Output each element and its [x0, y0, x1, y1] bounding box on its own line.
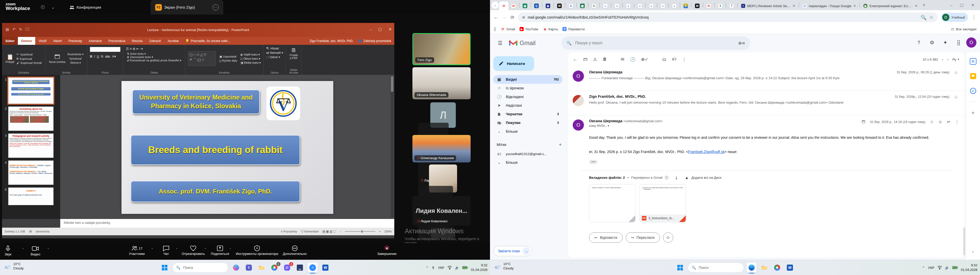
- text-direction-button[interactable]: ⇅ Smer textu ▾: [127, 52, 181, 55]
- close-icon[interactable]: ✕: [971, 3, 974, 7]
- details-caret-icon[interactable]: ▾: [608, 124, 609, 128]
- shape-fill-button[interactable]: ◍ Výplň tvaru ▾: [240, 53, 261, 56]
- battery-icon[interactable]: [952, 266, 958, 269]
- ppt-tab-domov[interactable]: Domov: [18, 37, 35, 45]
- drive-icon[interactable]: ▲: [685, 175, 689, 180]
- participant-video-fero-zigo[interactable]: Fero Zigo: [412, 33, 471, 65]
- bookmark-star-icon[interactable]: ☆: [929, 14, 934, 21]
- battery-icon[interactable]: [462, 266, 468, 269]
- taskbar-zoom-icon[interactable]: ⌑: [307, 262, 318, 273]
- chevron-down-icon[interactable]: ⌄: [51, 5, 55, 9]
- more-button[interactable]: Дополнительно: [283, 245, 307, 256]
- taskbar-chrome-icon[interactable]: 0: [269, 262, 280, 273]
- tasks-icon[interactable]: ✓: [969, 87, 977, 95]
- pinned-tab-crest[interactable]: ▼: [681, 2, 690, 10]
- sidebar-item-purchases[interactable]: 🛍 Покупки 3: [493, 119, 563, 127]
- search-input[interactable]: [698, 266, 739, 270]
- ppt-shared-mode[interactable]: 👤 Zdieľaný prostriedok: [358, 39, 391, 43]
- older-icon[interactable]: ›: [947, 58, 948, 62]
- tab-more-icon[interactable]: ⋯: [213, 4, 219, 10]
- snooze-icon[interactable]: 🕓: [630, 57, 635, 62]
- share-caret[interactable]: ⌃: [229, 248, 231, 251]
- change-plan-button[interactable]: Змінити план →: [493, 246, 532, 256]
- ppt-tab-prezentacia[interactable]: Prezentácia: [105, 37, 129, 45]
- emoji-reaction-icon[interactable]: ☺: [938, 120, 942, 124]
- zoom-out-icon[interactable]: –: [339, 230, 341, 233]
- google-apps-icon[interactable]: ⣿: [953, 37, 964, 48]
- pinned-tab-mdpi[interactable]: M: [555, 2, 564, 10]
- weather-widget[interactable]: 10°C Cloudy: [493, 262, 514, 271]
- move-to-icon[interactable]: 🗂: [662, 57, 667, 62]
- back-icon[interactable]: ←: [573, 57, 578, 62]
- tab-search-icon[interactable]: ⌄: [492, 2, 499, 9]
- format-painter-button[interactable]: 🖌Kopírovať formát: [17, 62, 41, 65]
- smartart-button[interactable]: ⇄ Konvertovať na grafický prvok SmartArt…: [127, 59, 181, 62]
- editor-scrollbar[interactable]: [391, 76, 393, 217]
- bookmark-youtube[interactable]: ▶YouTube: [520, 27, 538, 31]
- forward-button[interactable]: ↪ Переслати: [626, 232, 660, 243]
- ppt-tab-navrh[interactable]: Návrh: [50, 37, 65, 45]
- ppt-quick-access[interactable]: ▤ ↶ ↻ 🖵: [6, 27, 29, 31]
- slide-title-box[interactable]: University of Veterinary Medicine and Ph…: [132, 90, 260, 114]
- cut-button[interactable]: ✂Vystrihnúť: [17, 53, 41, 56]
- report-spam-icon[interactable]: ⚠: [593, 57, 597, 62]
- pinned-tab-gmail-active[interactable]: M: [499, 2, 508, 10]
- participants-caret[interactable]: ⌃: [151, 248, 153, 251]
- close-tab-icon[interactable]: ✕: [915, 4, 918, 8]
- url-bar[interactable]: ⊕ mail.google.com/mail/u/1/#inbox/KtbxLz…: [518, 13, 938, 22]
- quick-styles-button[interactable]: ◲ Rýchle štýly: [219, 59, 237, 62]
- delete-icon[interactable]: 🗑: [603, 57, 607, 62]
- new-slide-button[interactable]: 🗔Nová snímka: [49, 54, 65, 63]
- browser-menu-icon[interactable]: ⋮: [972, 14, 977, 21]
- start-button[interactable]: [159, 262, 170, 273]
- search-filter-icon[interactable]: ⚙̶≋: [738, 41, 745, 46]
- slide-thumbnail-5[interactable]: RABBITS The main goal of rabbit producti…: [8, 187, 54, 205]
- slide-thumbnail-4[interactable]: HERBIVOROUS FUR ANIMALS – Rabbits, Caypu…: [8, 160, 54, 185]
- pinned-tab-bing[interactable]: b: [566, 2, 576, 10]
- notes-toggle[interactable]: ≡ Poznámky: [281, 230, 298, 233]
- download-all-icon[interactable]: ⭳: [675, 175, 679, 180]
- info-icon[interactable]: ⓘ: [41, 5, 45, 9]
- profile-chip[interactable]: O Учебный: [941, 13, 968, 22]
- show-trimmed-content-button[interactable]: •••: [589, 160, 598, 164]
- add-to-drive-label[interactable]: Додати всі на Диск: [691, 176, 721, 180]
- reply-button[interactable]: ↩ Відповісти: [589, 232, 623, 243]
- chat-button[interactable]: Чат: [163, 245, 169, 256]
- recipient-row[interactable]: кому MVDr., ▾: [589, 124, 958, 128]
- arrange-button[interactable]: ▣ Usporiadať: [219, 55, 237, 58]
- pinned-tab-green2[interactable]: ▦: [578, 2, 587, 10]
- sender-avatar[interactable]: O: [573, 119, 584, 131]
- shape-effects-button[interactable]: ◨ Efekty tvaru ▾: [240, 61, 261, 65]
- zoom-in-icon[interactable]: +: [379, 230, 381, 233]
- slide-canvas[interactable]: University of Veterinary Medicine and Ph…: [121, 81, 333, 214]
- site-info-icon[interactable]: ⊕: [522, 15, 525, 19]
- minimize-icon[interactable]: –: [369, 27, 372, 32]
- sender-email-link[interactable]: Frantisek.Zigo@uvlf.sk: [688, 150, 724, 154]
- gmail-search-input[interactable]: [575, 41, 735, 45]
- end-meeting-button[interactable]: Завершение: [377, 245, 396, 256]
- reset-button[interactable]: Vynulovať: [67, 57, 83, 60]
- host-tools-button[interactable]: Инструменты организатора: [236, 245, 278, 256]
- keep-icon[interactable]: [969, 72, 977, 80]
- back-icon[interactable]: ←: [493, 14, 498, 20]
- collapsed-message-2[interactable]: Zigo František, doc. MVDr., PhD. Hello p…: [568, 91, 964, 115]
- taskbar-teams-icon[interactable]: T: [244, 262, 254, 273]
- clock-widget[interactable]: 9:32 01.04.2026: [471, 263, 487, 272]
- taskbar-explorer-icon[interactable]: [759, 262, 770, 273]
- taskbar-copilot-icon[interactable]: [231, 262, 241, 273]
- sidebar-item-drafts[interactable]: 🗎 Чернетки 3: [493, 110, 563, 119]
- pinned-tab-sciendo-7[interactable]: »: [670, 2, 679, 10]
- taskbar-chrome-icon[interactable]: [772, 262, 782, 273]
- sidebar-item-snoozed[interactable]: 🕓 Відкладені: [493, 92, 563, 101]
- close-tab-icon[interactable]: ✕: [853, 4, 856, 8]
- paste-button[interactable]: 📋Prilepiť: [6, 54, 14, 63]
- help-icon[interactable]: ？: [913, 37, 924, 48]
- comments-toggle[interactable]: 🗨 Komentáre: [301, 230, 319, 233]
- tray-expand-icon[interactable]: ⌃: [426, 266, 428, 270]
- ppt-titlebar[interactable]: ▤ ↶ ↻ 🖵 Lecture - herbivorous fur animal…: [2, 23, 394, 37]
- video-options-caret[interactable]: ⌃: [47, 248, 49, 251]
- mark-unread-icon[interactable]: ✉: [620, 57, 624, 62]
- weather-widget[interactable]: 10°C Cloudy: [3, 262, 24, 271]
- pinned-tab-n[interactable]: N: [589, 2, 598, 10]
- translate-icon[interactable]: 🗔: [862, 120, 865, 124]
